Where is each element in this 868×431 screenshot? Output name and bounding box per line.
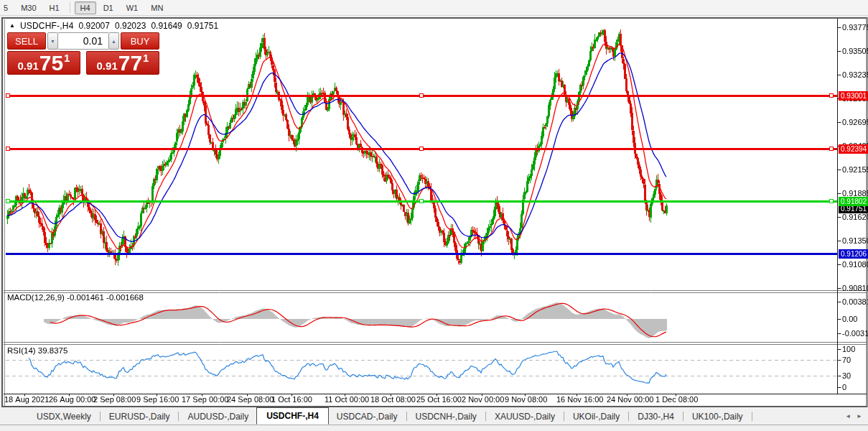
tab-audusd-daily[interactable]: AUDUSD-,Daily	[179, 409, 256, 424]
arrow-down-icon: ▼	[50, 39, 55, 44]
sell-button[interactable]: SELL	[7, 32, 46, 50]
tab-usdx-weekly[interactable]: USDX,Weekly	[29, 409, 99, 424]
tab-separator	[564, 412, 564, 421]
chart-collapse-icon[interactable]: ▲	[9, 22, 15, 29]
price-tag-0.93001: 0.93001	[839, 91, 868, 101]
timeframe-button-5[interactable]: 5	[1, 1, 14, 14]
ohlc-open: 0.92007	[79, 21, 110, 31]
macd-indicator-label: MACD(12,26,9) -0.001461 -0.001668	[7, 293, 144, 302]
timeframe-toolbar: 5M30H1H4D1W1MN	[0, 0, 868, 16]
timeframe-button-w1[interactable]: W1	[121, 1, 144, 14]
buy-price-prefix: 0.91	[97, 60, 118, 73]
tab-scroll-left-button[interactable]: ◄	[845, 413, 851, 420]
trading-platform: 5M30H1H4D1W1MN ▲ USDCHF-,H4 0.92007 0.92…	[0, 0, 868, 431]
chart-symbol-period: USDCHF-,H4	[20, 21, 74, 31]
tab-separator	[752, 412, 752, 421]
buy-button[interactable]: BUY	[121, 32, 159, 50]
price-tag-0.92394: 0.92394	[839, 144, 868, 154]
timeframe-button-d1[interactable]: D1	[98, 1, 119, 14]
tab-separator	[406, 412, 407, 421]
sell-price-pipette: 1	[64, 52, 70, 63]
tab-separator	[628, 412, 629, 421]
chart-window: ▲ USDCHF-,H4 0.92007 0.92023 0.91649 0.9…	[0, 16, 868, 408]
buy-price-pipette: 1	[143, 52, 149, 63]
timeframe-button-m30[interactable]: M30	[15, 1, 42, 14]
tab-ukoil-daily[interactable]: UKOil-,Daily	[565, 409, 627, 424]
tab-eurusd-daily[interactable]: EURUSD-,Daily	[101, 409, 178, 424]
price-tag-0.91206: 0.91206	[839, 249, 868, 259]
volume-decrease-button[interactable]: ▼	[47, 32, 58, 50]
tab-dj30-h4[interactable]: DJ30-,H4	[630, 409, 682, 424]
sell-price-big: 75	[39, 53, 63, 73]
symbol-tabs-bar: USDX,WeeklyEURUSD-,DailyAUDUSD-,DailyUSD…	[0, 408, 868, 425]
ohlc-close: 0.91751	[187, 21, 218, 31]
chart-title: ▲ USDCHF-,H4 0.92007 0.92023 0.91649 0.9…	[9, 21, 218, 31]
tab-scroll-right-button[interactable]: ►	[857, 413, 862, 420]
timeframe-button-h4[interactable]: H4	[75, 1, 96, 14]
buy-price-button[interactable]: 0.91 77 1	[86, 51, 159, 75]
volume-increase-button[interactable]: ▲	[108, 32, 119, 50]
tab-uk100-daily[interactable]: UK100-,Daily	[684, 409, 751, 424]
tab-usdcnh-daily[interactable]: USDCNH-,Daily	[408, 409, 485, 424]
tab-usdcad-daily[interactable]: USDCAD-,Daily	[329, 409, 406, 424]
price-tag-0.91802: 0.91802	[839, 197, 868, 206]
sell-price-button[interactable]: 0.91 75 1	[7, 51, 80, 75]
arrow-up-icon: ▲	[111, 39, 116, 44]
tab-separator	[683, 412, 683, 421]
toolbar-separator	[70, 2, 70, 13]
ohlc-high: 0.92023	[115, 21, 146, 31]
one-click-trade-panel: SELL ▼ 0.01 ▲ BUY 0.91 75 1 0.91 77	[7, 32, 159, 75]
tab-xauusd-daily[interactable]: XAUUSD-,Daily	[487, 409, 563, 424]
buy-price-big: 77	[118, 53, 142, 73]
volume-input[interactable]: 0.01	[58, 32, 108, 50]
sell-price-prefix: 0.91	[18, 60, 39, 73]
tab-separator	[178, 412, 179, 421]
rsi-indicator-label: RSI(14) 39.8375	[7, 346, 67, 355]
tab-usdchf-h4[interactable]: USDCHF-,H4	[256, 407, 329, 425]
timeframe-button-mn[interactable]: MN	[145, 1, 169, 14]
tab-separator	[100, 412, 101, 421]
timeframe-button-h1[interactable]: H1	[44, 1, 65, 14]
ohlc-low: 0.91649	[151, 21, 182, 31]
tab-separator	[485, 412, 486, 421]
